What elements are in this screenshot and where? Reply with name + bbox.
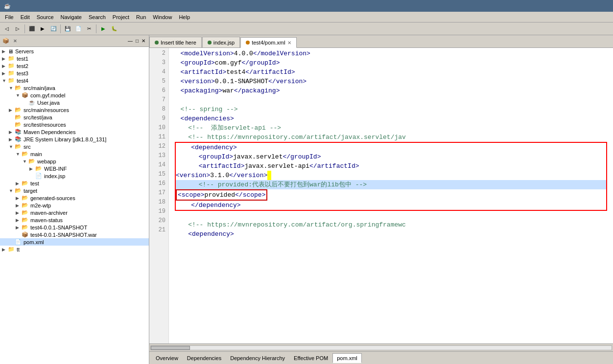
tab-insert-title[interactable]: Insert title here — [149, 37, 202, 47]
pe-maximize-icon[interactable]: □ — [135, 38, 140, 44]
tree-item-test2[interactable]: ▶📁test2 — [0, 62, 149, 69]
code-line-18: </dependency> — [176, 201, 606, 210]
hscroll-track[interactable] — [150, 345, 612, 350]
tree-arrow: ▶ — [29, 166, 34, 171]
code-line-15: <version>3.1.0</version> — [176, 171, 606, 180]
toolbar-btn-7[interactable]: 📄 — [73, 24, 83, 34]
code-line-11: <!-- https://mvnrepository.com/artifact/… — [173, 133, 609, 142]
menu-item-navigate[interactable]: Navigate — [58, 13, 85, 21]
bottom-tab-overview[interactable]: Overview — [151, 353, 183, 363]
tree-arrow: ▼ — [9, 144, 14, 149]
tab-index-jsp[interactable]: index.jsp — [202, 37, 240, 47]
tree-arrow: ▼ — [9, 86, 14, 91]
tree-item-src-test-resources[interactable]: 📂src/test/resources — [0, 121, 149, 128]
tree-arrow: ▼ — [16, 152, 21, 157]
tree-item-test1[interactable]: ▶📁test1 — [0, 55, 149, 62]
tree-item-test3[interactable]: ▶📁test3 — [0, 69, 149, 77]
toolbar-btn-4[interactable]: ▶ — [38, 24, 47, 34]
tree-icon: 📂 — [28, 158, 35, 164]
toolbar-btn-3[interactable]: ⬛ — [27, 24, 37, 34]
tree-label: src/main/java — [24, 85, 55, 91]
toolbar-btn-8[interactable]: ✂ — [84, 24, 94, 34]
line-num-11: 11 — [152, 133, 165, 142]
tree-icon: 📁 — [8, 77, 15, 84]
pe-close-icon[interactable]: ✕ — [141, 38, 146, 44]
tree-item-src[interactable]: ▼📂src — [0, 143, 149, 150]
tree-label: com.gyf.model — [30, 92, 66, 98]
tree-item-user-java[interactable]: ☕User.java — [0, 99, 149, 106]
code-span: <artifactId>javax.servlet-api</artifactI… — [176, 161, 359, 171]
tree-item-webapp[interactable]: ▼📂webapp — [0, 158, 149, 165]
tree-icon: 📂 — [15, 143, 22, 150]
menu-item-source[interactable]: Source — [34, 13, 57, 21]
tree-item-test4[interactable]: ▼📁test4 — [0, 77, 149, 84]
tab-close-pom-xml[interactable]: ✕ — [287, 40, 291, 46]
tree-icon: 📦 — [22, 92, 28, 98]
tree-item-target[interactable]: ▼📂target — [0, 187, 149, 194]
toolbar-debug[interactable]: 🐛 — [109, 24, 119, 34]
menu-item-window[interactable]: Window — [150, 13, 175, 21]
menu-item-run[interactable]: Run — [133, 13, 149, 21]
toolbar-btn-6[interactable]: 💾 — [63, 24, 72, 34]
tree-item-maven-status[interactable]: ▶📂maven-status — [0, 216, 149, 224]
tree-icon: 📂 — [15, 121, 22, 128]
tree-item-index-jsp[interactable]: 📄index.jsp — [0, 172, 149, 180]
toolbar-btn-5[interactable]: 🔄 — [48, 24, 58, 34]
tree-item-test4-war[interactable]: 📦test4-0.0.1-SNAPSHOT.war — [0, 231, 149, 238]
hscroll-thumb[interactable] — [151, 346, 190, 350]
tree-item-generated-sources[interactable]: ▶📂generated-sources — [0, 194, 149, 202]
red-box-region: <dependency> <groupId>javax.servlet</gro… — [175, 142, 607, 211]
toolbar-run[interactable]: ▶ — [98, 24, 108, 34]
tree-label: index.jsp — [44, 173, 65, 179]
code-hscroll[interactable] — [149, 343, 613, 351]
line-num-20: 20 — [152, 216, 165, 226]
tree-item-servers[interactable]: ▶🖥Servers — [0, 48, 149, 55]
menu-item-edit[interactable]: Edit — [18, 13, 33, 21]
tree-item-web-inf[interactable]: ▶📂WEB-INF — [0, 165, 149, 172]
tree-icon: 📚 — [15, 129, 22, 135]
bottom-tab-effective-pom[interactable]: Effective POM — [289, 353, 332, 363]
line-num-19: 19 — [152, 207, 165, 216]
tree-label: test — [30, 181, 39, 186]
tree-item-main[interactable]: ▼📂main — [0, 150, 149, 158]
menu-item-search[interactable]: Search — [86, 13, 109, 21]
tree-label: Servers — [15, 48, 34, 54]
toolbar-btn-1[interactable]: ◁ — [2, 24, 12, 34]
tree-arrow: ▶ — [2, 49, 7, 54]
menu-item-file[interactable]: File — [2, 13, 17, 21]
code-line-2: <modelVersion>4.0.0</modelVersion> — [173, 49, 609, 58]
tree-item-com-gyf-model[interactable]: ▼📦com.gyf.model — [0, 91, 149, 99]
tree-item-src-main-resources[interactable]: ▶📂src/main/resources — [0, 106, 149, 114]
tree-item-pom-xml[interactable]: 📄pom.xml — [0, 238, 149, 246]
pe-minimize-icon[interactable]: — — [127, 38, 134, 44]
tree-icon: 📂 — [22, 217, 28, 223]
line-num-15: 15 — [152, 170, 165, 179]
tree-item-test-folder[interactable]: ▶📂test — [0, 180, 149, 187]
tree-icon: 📂 — [22, 151, 28, 157]
tree-label: pom.xml — [24, 239, 44, 245]
tree-label: main — [30, 151, 42, 157]
tab-pom-xml[interactable]: test4/pom.xml✕ — [240, 37, 296, 48]
tree-item-src-main-java[interactable]: ▼📂src/main/java — [0, 84, 149, 91]
tree-item-maven-archiver[interactable]: ▶📂maven-archiver — [0, 209, 149, 216]
menu-item-project[interactable]: Project — [110, 13, 132, 21]
toolbar-btn-2[interactable]: ▷ — [13, 24, 23, 34]
tree-item-maven-dependencies[interactable]: ▶📚Maven Dependencies — [0, 128, 149, 136]
tree-item-m2e-wtp[interactable]: ▶📂m2e-wtp — [0, 202, 149, 209]
tab-label-pom-xml: test4/pom.xml — [252, 40, 285, 46]
code-content[interactable]: <modelVersion>4.0.0</modelVersion> <grou… — [169, 48, 613, 343]
tree-item-src-test-java[interactable]: 📂src/test/java — [0, 114, 149, 121]
bottom-tab-dependencies[interactable]: Dependencies — [183, 353, 226, 363]
tree-arrow: ▶ — [16, 210, 21, 215]
bottom-tab-pom.xml[interactable]: pom.xml — [332, 353, 362, 363]
code-span: <packaging>war</packaging> — [173, 86, 280, 95]
bottom-tab-dependency-hierarchy[interactable]: Dependency Hierarchy — [226, 353, 289, 363]
tree-item-jre-system[interactable]: ▶📚JRE System Library [jdk1.8.0_131] — [0, 136, 149, 143]
tree-item-test4-snapshot[interactable]: ▶📂test4-0.0.1-SNAPSHOT — [0, 224, 149, 231]
tree-item-tt[interactable]: ▶📁tt — [0, 246, 149, 253]
line-num-7: 7 — [152, 95, 165, 105]
tree-label: target — [24, 188, 37, 194]
pe-header-left: 📦 ✕ — [2, 38, 17, 44]
package-explorer: 📦 ✕ — □ ✕ ▶🖥Servers▶📁test1▶📁test2▶📁test3… — [0, 35, 149, 364]
menu-item-help[interactable]: Help — [176, 13, 193, 21]
